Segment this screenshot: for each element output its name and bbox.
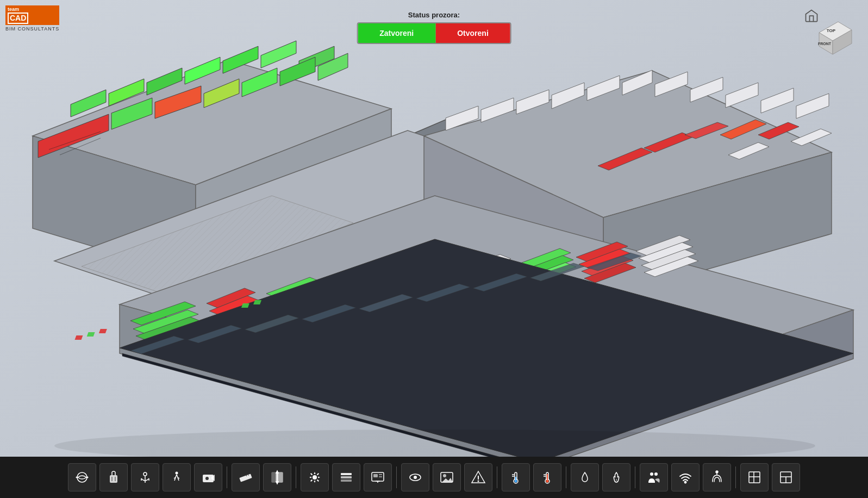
status-panel: Status prozora: Zatvoreni Otvoreni [357,11,511,44]
svg-marker-130 [276,471,278,473]
svg-point-165 [716,471,718,473]
logo-area: team CAD BIM CONSULTANTS [5,5,59,32]
svg-rect-111 [110,475,117,483]
settings-button[interactable] [301,463,329,491]
svg-marker-131 [276,482,278,484]
orbit-button[interactable] [68,463,96,491]
viewport[interactable] [0,0,868,457]
svg-text:FRONT: FRONT [818,42,832,46]
svg-marker-110 [76,476,78,479]
camera-button[interactable] [194,463,222,491]
temp-high-button[interactable] [533,463,561,491]
svg-rect-134 [341,480,352,482]
section-button[interactable] [263,463,291,491]
svg-point-142 [414,476,417,479]
separator-6 [635,466,635,488]
separator-3 [396,466,397,488]
status-open-button[interactable]: Otvoreni [435,23,510,43]
svg-rect-140 [379,476,382,477]
logo-cad: CAD [8,13,28,24]
anchor-button[interactable] [131,463,159,491]
svg-rect-122 [239,474,252,482]
separator-1 [227,466,227,488]
svg-point-144 [443,474,446,477]
separator-2 [296,466,296,488]
layers-button[interactable] [332,463,360,491]
humidity-button[interactable] [571,463,599,491]
svg-point-162 [654,472,658,476]
nav-cube[interactable]: TOP FRONT [808,14,857,63]
wifi-button[interactable] [671,463,700,491]
separator-4 [497,466,497,488]
layout-button[interactable] [772,463,800,491]
svg-point-163 [685,482,686,483]
svg-rect-132 [341,473,352,475]
status-closed-button[interactable]: Zatvoreni [358,23,435,43]
render-button[interactable] [433,463,461,491]
svg-point-148 [478,481,479,482]
temp-low-button[interactable] [502,463,530,491]
issues-button[interactable] [464,463,492,491]
svg-point-114 [143,472,147,476]
svg-rect-133 [341,476,352,478]
grid-button[interactable] [740,463,769,491]
status-title: Status prozora: [357,11,511,19]
logo-bim: BIM CONSULTANTS [5,26,59,32]
fire-button[interactable] [602,463,630,491]
walk-button[interactable] [163,463,191,491]
svg-rect-139 [379,474,382,475]
svg-point-108 [77,472,87,482]
svg-point-152 [515,480,517,483]
svg-point-121 [205,477,209,480]
svg-line-126 [248,475,249,476]
toolbar [0,457,868,498]
svg-line-123 [241,474,242,476]
svg-rect-138 [373,474,378,477]
sensor-button[interactable] [703,463,731,491]
people-button[interactable] [640,463,668,491]
display-button[interactable] [364,463,392,491]
status-buttons: Zatvoreni Otvoreni [357,22,511,44]
svg-marker-109 [86,476,89,479]
svg-line-124 [244,475,245,476]
svg-text:TOP: TOP [827,28,836,33]
pan-button[interactable] [99,463,128,491]
svg-point-158 [546,480,549,483]
separator-7 [735,466,736,488]
visibility-button[interactable] [401,463,429,491]
separator-5 [566,466,566,488]
logo-team: team [8,7,57,13]
svg-marker-145 [442,478,453,482]
svg-point-161 [650,472,653,476]
measure-button[interactable] [232,463,260,491]
svg-rect-166 [749,472,760,483]
svg-point-118 [176,472,178,475]
